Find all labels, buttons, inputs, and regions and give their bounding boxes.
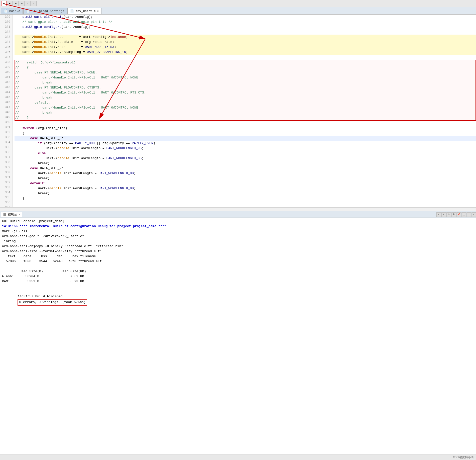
line-num-356: 356: [0, 150, 12, 155]
line-num-343: 343: [0, 85, 12, 90]
line-num-366: 366: [0, 200, 12, 205]
code-line-341: // uart->handle.Init.HwFlowCtl = UART_HW…: [15, 75, 475, 80]
line-num-349: 349: [0, 115, 12, 120]
line-num-362: 362: [0, 180, 12, 185]
console-header-line: CDT Build Console [project_demo]: [2, 219, 474, 224]
code-horizontal-scrollbar[interactable]: [0, 207, 476, 211]
console-btn-1[interactable]: ⬆: [436, 212, 441, 217]
line-num-361: 361: [0, 175, 12, 180]
console-btn-2[interactable]: ⬇: [441, 212, 446, 217]
console-btn-clear[interactable]: 🗑: [451, 212, 456, 217]
code-line-355: uart->handle.Init.WordLength = UART_WORD…: [15, 146, 476, 151]
line-num-342: 342: [0, 80, 12, 85]
line-num-334: 334: [0, 40, 12, 45]
line-num-364: 364: [0, 190, 12, 195]
code-line-329: stm32_uart_clk_enable(uart->config);: [15, 15, 476, 20]
code-line-361: break;: [15, 176, 476, 181]
console-btn-close[interactable]: ✕: [471, 212, 476, 217]
code-line-332: [15, 30, 476, 35]
tab-rt-thread-settings[interactable]: 📄 RT-Thread Settings: [23, 8, 67, 14]
toolbar-redo-btn[interactable]: ↪: [19, 1, 25, 6]
line-num-341: 341: [0, 75, 12, 80]
code-line-347: // uart->handle.Init.HwFlowCtl = UART_HW…: [15, 105, 475, 110]
console-size-line: arm-none-eabi-size --format=berkeley "rt…: [2, 249, 474, 254]
code-line-359: case DATA_BITS_9:: [15, 166, 476, 171]
code-line-364: break;: [15, 191, 476, 196]
line-num-363: 363: [0, 185, 12, 190]
toolbar-undo-btn[interactable]: ↩: [13, 1, 19, 6]
code-line-337: [15, 55, 476, 60]
console-objcopy-line: arm-none-eabi-objcopy -O binary "rtthrea…: [2, 244, 474, 249]
editor-container: 📄 main.c 📄 RT-Thread Settings 📄 drv_usar…: [0, 7, 476, 211]
console-output: CDT Build Console [project_demo] 14:31:5…: [0, 218, 476, 454]
code-line-333: uart->handle.Instance = uart->config->In…: [15, 35, 476, 40]
code-text-area[interactable]: stm32_uart_clk_enable(uart->config); /* …: [13, 15, 476, 207]
line-num-357: 357: [0, 155, 12, 160]
toolbar-down-btn[interactable]: ⬇: [31, 1, 37, 6]
line-num-346: 346: [0, 100, 12, 105]
console-linking-line: linking...: [2, 239, 474, 244]
console-btn-pin[interactable]: 📌: [456, 212, 461, 217]
code-line-354: if (cfg->parity == PARITY_ODD || cfg->pa…: [15, 141, 476, 146]
line-num-360: 360: [0, 170, 12, 175]
line-num-345: 345: [0, 95, 12, 100]
code-line-358: break;: [15, 161, 476, 166]
line-numbers: 329 330 331 332 333 334 335 336 337 338 …: [0, 15, 13, 207]
code-area: 329 330 331 332 333 334 335 336 337 338 …: [0, 15, 476, 207]
status-bar: CSDN@比特冬哥: [0, 454, 476, 460]
line-num-353: 353: [0, 135, 12, 140]
code-line-348: // break;: [15, 110, 475, 115]
tab-main-c[interactable]: 📄 main.c: [1, 8, 23, 14]
main-layout: ◀ ▶ ↩ ↪ ⬆ ⬇ 📄 main.c 📄 RT-Thread Setting…: [0, 0, 476, 460]
code-line-344: // uart->handle.Init.HwFlowCtl = UART_HW…: [15, 90, 475, 95]
toolbar-back-btn[interactable]: ◀: [1, 1, 7, 6]
console-flash-line: Flash: 58904 B 57.52 KB: [2, 274, 474, 279]
line-num-335: 335: [0, 45, 12, 50]
console-compile-line: arm-none-eabi-gcc "../drivers/drv_usart.…: [2, 234, 474, 239]
code-line-345: // break;: [15, 95, 475, 100]
line-num-329: 329: [0, 15, 12, 20]
close-icon[interactable]: ✕: [97, 10, 99, 13]
code-line-346: // default:: [15, 100, 475, 105]
console-toolbar-icons: ⬆ ⬇ ⧉ 🗑 📌 ⬜ _ ✕: [436, 212, 476, 217]
code-line-343: // case RT_SERIAL_FLOWCONTROL_CTSRTS:: [15, 85, 475, 90]
console-btn-minimize[interactable]: _: [466, 212, 471, 217]
toolbar-fwd-btn[interactable]: ▶: [7, 1, 13, 6]
top-toolbar: ◀ ▶ ↩ ↪ ⬆ ⬇: [0, 0, 476, 7]
tab-main-c-label: 📄 main.c: [4, 9, 20, 13]
code-line-365: }: [15, 196, 476, 201]
console-ram-line: RAM: 5352 B 5.23 KB: [2, 279, 474, 284]
console-tab-main[interactable]: ☰ 控制台 ✕: [1, 212, 22, 217]
code-line-340: // case RT_SERIAL_FLOWCONTROL_NONE:: [15, 70, 475, 75]
line-num-352: 352: [0, 130, 12, 135]
console-btn-copy[interactable]: ⧉: [446, 212, 451, 217]
console-size-header: text data bss dec hex filename: [2, 254, 474, 259]
line-num-333: 333: [0, 35, 12, 40]
code-line-366: [15, 201, 476, 206]
console-finish-line: 14:31:57 Build Finished. 0 errors, 0 war…: [2, 289, 474, 294]
console-btn-maximize[interactable]: ⬜: [461, 212, 466, 217]
line-num-344: 344: [0, 90, 12, 95]
code-line-342: // break;: [15, 80, 475, 85]
code-line-331: stm32_gpio_configure(uart->config);: [15, 25, 476, 30]
line-num-331: 331: [0, 25, 12, 30]
console-used-header: Used Size(B) Used Size(KB): [2, 269, 474, 274]
line-num-347: 347: [0, 105, 12, 110]
code-line-353: case DATA_BITS_8:: [15, 136, 476, 141]
line-num-354: 354: [0, 140, 12, 145]
line-num-355: 355: [0, 145, 12, 150]
line-num-348: 348: [0, 110, 12, 115]
code-line-339: // {: [15, 65, 475, 70]
code-line-349: // }: [15, 115, 475, 120]
tab-drv-usart-c[interactable]: 📄 drv_usart.c ✕: [67, 8, 101, 14]
code-line-352: {: [15, 131, 476, 136]
code-line-362: default:: [15, 181, 476, 186]
code-line-360: uart->handle.Init.WordLength = UART_WORD…: [15, 171, 476, 176]
line-num-350: 350: [0, 120, 12, 125]
console-build-start: 14:31:56 **** Incremental Build of confi…: [2, 224, 474, 229]
console-tab-close-icon[interactable]: ✕: [19, 213, 20, 216]
code-line-336: uart->handle.Init.OverSampling = UART_OV…: [15, 50, 476, 55]
console-tab-label: ☰ 控制台: [3, 212, 17, 217]
toolbar-up-btn[interactable]: ⬆: [25, 1, 31, 6]
tab-rt-thread-settings-label: 📄 RT-Thread Settings: [26, 9, 64, 13]
